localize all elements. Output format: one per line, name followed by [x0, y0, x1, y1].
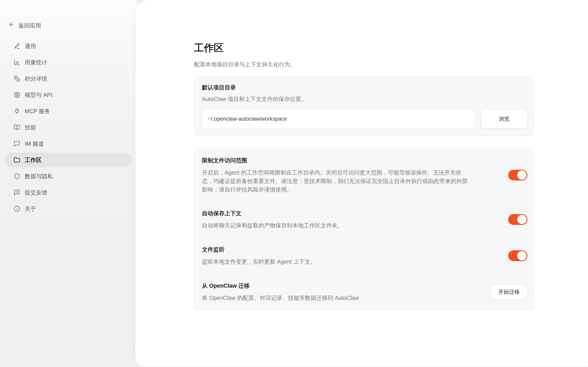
- sidebar-item-label: 工作区: [25, 156, 42, 164]
- sidebar-item-label: 用量统计: [25, 58, 47, 66]
- sidebar-item-im-channels[interactable]: IM 频道: [5, 136, 132, 151]
- browse-button[interactable]: 浏览: [481, 109, 527, 128]
- coins-icon: [14, 75, 20, 82]
- back-to-app-link[interactable]: 返回应用: [8, 22, 41, 29]
- sidebar-item-mcp[interactable]: MCP 服务: [5, 104, 132, 118]
- sidebar-item-models-api[interactable]: 模型与 API: [5, 88, 132, 102]
- sidebar-item-label: 数据与隐私: [25, 172, 53, 180]
- page-subtitle: 配置本地项目目录与上下文持久化行为。: [194, 60, 534, 68]
- workspace-path-input[interactable]: [202, 109, 475, 128]
- sidebar-item-feedback[interactable]: 提交反馈: [5, 185, 132, 200]
- sidebar-item-label: IM 频道: [25, 140, 44, 148]
- cpu-icon: [14, 92, 20, 98]
- sidebar-item-label: 通用: [25, 42, 36, 50]
- setting-row-file-watch: 文件监听 监听本地文件变更，实时更新 Agent 上下文。: [202, 238, 527, 274]
- sidebar-item-usage-stats[interactable]: 用量统计: [5, 55, 132, 70]
- page-title: 工作区: [194, 42, 534, 54]
- sidebar-item-credits[interactable]: 积分详情: [5, 71, 132, 86]
- toggle-knob: [517, 215, 526, 224]
- setting-row-migrate-openclaw: 从 OpenClaw 迁移 将 OpenClaw 的配置、对话记录、技能等数据迁…: [202, 274, 527, 310]
- sidebar-item-label: MCP 服务: [25, 107, 50, 115]
- setting-title: 限制文件访问范围: [202, 156, 472, 164]
- folder-icon: [14, 157, 20, 163]
- sidebar-item-workspace[interactable]: 工作区: [5, 153, 132, 167]
- pencil-icon: [14, 43, 20, 49]
- bar-chart-icon: [14, 59, 20, 66]
- setting-description: 自动将聊天记录和提取的产物保存到本地工作区文件夹。: [202, 221, 343, 230]
- back-to-app-label: 返回应用: [18, 22, 41, 29]
- info-icon: [14, 206, 20, 212]
- auto-save-context-toggle[interactable]: [508, 214, 527, 225]
- sidebar-item-label: 技能: [25, 124, 36, 131]
- setting-description: 开启后，Agent 的工作空间将限制在工作目录内。关闭后可访问更大范围，可能导致…: [202, 168, 472, 194]
- sidebar-item-general[interactable]: 通用: [5, 39, 132, 53]
- shield-icon: [14, 173, 20, 179]
- settings-sidebar: 返回应用 通用 用量统计 积分详情 模型与 API: [0, 0, 137, 367]
- sidebar-item-skills[interactable]: 技能: [5, 120, 132, 135]
- sidebar-item-data-privacy[interactable]: 数据与隐私: [5, 169, 132, 184]
- sidebar-item-label: 提交反馈: [25, 189, 47, 196]
- sidebar-item-label: 模型与 API: [25, 91, 52, 99]
- arrow-left-icon: [8, 22, 14, 29]
- file-watch-toggle[interactable]: [508, 250, 527, 261]
- sidebar-item-label: 关于: [25, 205, 36, 213]
- setting-description: 监听本地文件变更，实时更新 Agent 上下文。: [202, 257, 316, 266]
- sidebar-item-about[interactable]: 关于: [5, 201, 132, 216]
- toggle-knob: [517, 251, 526, 260]
- toggle-knob: [517, 170, 526, 180]
- default-directory-description: AutoClaw 项目和上下文文件的保存位置。: [202, 95, 527, 103]
- default-directory-card: 默认项目目录 AutoClaw 项目和上下文文件的保存位置。 浏览: [194, 77, 534, 136]
- settings-content-panel: 工作区 配置本地项目目录与上下文持久化行为。 默认项目目录 AutoClaw 项…: [135, 0, 588, 366]
- setting-title: 从 OpenClaw 迁移: [202, 282, 359, 290]
- restrict-file-access-toggle[interactable]: [508, 170, 527, 180]
- message-square-icon: [14, 141, 20, 147]
- start-migration-button[interactable]: 开始迁移: [491, 284, 527, 299]
- sidebar-item-label: 积分详情: [25, 75, 47, 83]
- setting-description: 将 OpenClaw 的配置、对话记录、技能等数据迁移到 AutoClaw: [202, 294, 359, 302]
- plug-icon: [14, 108, 20, 114]
- book-open-icon: [14, 124, 20, 131]
- default-directory-title: 默认项目目录: [202, 83, 527, 91]
- setting-row-restrict-file-access: 限制文件访问范围 开启后，Agent 的工作空间将限制在工作目录内。关闭后可访问…: [202, 149, 527, 201]
- message-square-plus-icon: [14, 189, 20, 196]
- setting-title: 自动保存上下文: [202, 209, 343, 217]
- sidebar-nav: 通用 用量统计 积分详情 模型与 API MCP 服务: [5, 39, 132, 216]
- setting-title: 文件监听: [202, 245, 316, 253]
- workspace-settings-card: 限制文件访问范围 开启后，Agent 的工作空间将限制在工作目录内。关闭后可访问…: [194, 149, 534, 310]
- setting-row-auto-save-context: 自动保存上下文 自动将聊天记录和提取的产物保存到本地工作区文件夹。: [202, 201, 527, 238]
